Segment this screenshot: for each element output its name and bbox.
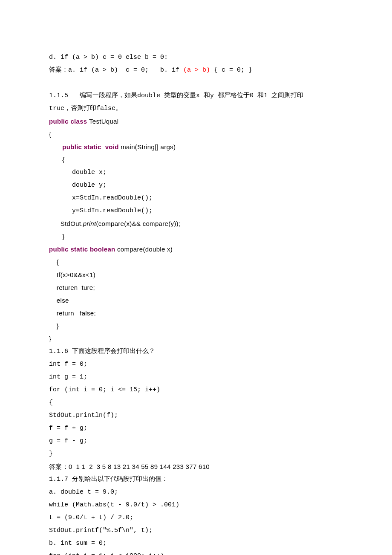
text-segment: double x; (49, 169, 107, 176)
text-segment: { (49, 258, 59, 266)
code-line: for (int i = 1; i < 1000; i++) (49, 550, 343, 555)
text-segment: } (49, 450, 53, 457)
text-segment: } (49, 233, 65, 240)
code-line: returen ture; (49, 281, 343, 294)
text-segment: b. int sum = 0; (49, 540, 107, 547)
code-line: { (49, 128, 343, 141)
code-line: b. int sum = 0; (49, 537, 343, 550)
code-line: 答案：a. if (a > b) c = 0; b. if (a > b) { … (49, 64, 343, 77)
text-segment: else (49, 297, 69, 304)
code-line: int f = 0; (49, 358, 343, 371)
text-segment: a. double t = 9.0; (49, 489, 118, 496)
code-line: { (49, 153, 343, 166)
text-segment: } (49, 335, 51, 342)
text-segment: int f = 0; (49, 361, 87, 368)
text-segment: If(x>0&&x<1) (49, 271, 95, 278)
text-segment: StdOut.println(f); (49, 412, 118, 419)
text-segment: public static boolean (49, 246, 117, 253)
text-segment: { (49, 130, 51, 138)
code-line: t = (9.0/t + t) / 2.0; (49, 512, 343, 524)
code-line: } (49, 230, 343, 243)
text-segment: (compare(x)&& compare(y)); (96, 220, 180, 227)
code-line: else (49, 294, 343, 307)
code-line: a. double t = 9.0; (49, 486, 343, 499)
code-line: return false; (49, 307, 343, 320)
text-segment: 1.1.6 下面这段程序会打印出什么？ (49, 348, 155, 355)
code-line: g = f - g; (49, 435, 343, 448)
text-segment: } (49, 322, 59, 330)
code-line: double y; (49, 179, 343, 192)
code-line: int g = 1; (49, 371, 343, 384)
text-segment: double y; (49, 182, 107, 189)
code-line: public static boolean compare(double x) (49, 243, 343, 256)
text-segment: returen ture; (49, 284, 95, 291)
text-segment: public class (49, 118, 89, 125)
text-segment: 1.1.5 编写一段程序，如果double 类型的变量x 和y 都严格位于0 和… (49, 92, 303, 99)
code-line: StdOut.printf("%.5f\n", t); (49, 524, 343, 537)
code-line (49, 77, 343, 90)
text-segment: true，否则打印false。 (49, 105, 122, 112)
code-line: { (49, 396, 343, 409)
text-segment: 答案：a. if (a > b) c = 0; b. if (49, 66, 183, 74)
text-segment: return false; (49, 309, 96, 317)
text-segment: compare(double x) (117, 246, 173, 253)
text-segment (49, 143, 62, 150)
code-line: y=StdIn.readDouble(); (49, 205, 343, 217)
code-line: while (Math.abs(t - 9.0/t) > .001) (49, 499, 343, 512)
text-segment: for (int i = 1; i < 1000; i++) (49, 552, 164, 555)
code-line: } (49, 320, 343, 332)
text-segment: y=StdIn.readDouble(); (49, 207, 153, 214)
text-segment: t = (9.0/t + t) / 2.0; (49, 514, 133, 521)
text-segment: main(String[] args) (121, 143, 176, 150)
code-line: 1.1.7 分别给出以下代码段打印出的值： (49, 473, 343, 486)
text-segment: StdOut.printf("%.5f\n", t); (49, 527, 153, 534)
code-line: 1.1.5 编写一段程序，如果double 类型的变量x 和y 都严格位于0 和… (49, 90, 343, 102)
code-line: StdOut.println(f); (49, 409, 343, 422)
text-segment: 答案：0 1 1 2 3 5 8 13 21 34 55 89 144 233 … (49, 463, 210, 470)
text-segment: f = f + g; (49, 425, 87, 432)
document-page: d. if (a > b) c = 0 else b = 0:答案：a. if … (0, 0, 392, 555)
code-line: public static void main(String[] args) (49, 141, 343, 153)
text-segment: for (int i = 0; i <= 15; i++) (49, 386, 160, 393)
code-line: true，否则打印false。 (49, 102, 343, 115)
text-segment: while (Math.abs(t - 9.0/t) > .001) (49, 501, 179, 509)
code-line: If(x>0&&x<1) (49, 269, 343, 281)
code-line: public class TestUqual (49, 115, 343, 128)
text-segment: { c = 0; } (210, 66, 252, 74)
code-line: 答案：0 1 1 2 3 5 8 13 21 34 55 89 144 233 … (49, 460, 343, 473)
code-line: } (49, 448, 343, 460)
code-line: f = f + g; (49, 422, 343, 435)
text-segment (49, 79, 53, 87)
text-segment: { (49, 156, 65, 163)
text-segment: print (83, 220, 96, 227)
code-line: d. if (a > b) c = 0 else b = 0: (49, 51, 343, 64)
text-segment: 1.1.7 分别给出以下代码段打印出的值： (49, 476, 168, 483)
document-content: d. if (a > b) c = 0 else b = 0:答案：a. if … (49, 51, 343, 555)
text-segment: int g = 1; (49, 373, 87, 381)
text-segment: public static void (62, 143, 121, 150)
code-line: double x; (49, 166, 343, 179)
text-segment: x=StdIn.readDouble(); (49, 194, 153, 202)
code-line: for (int i = 0; i <= 15; i++) (49, 384, 343, 396)
text-segment: TestUqual (89, 118, 118, 125)
text-segment: d. if (a > b) c = 0 else b = 0: (49, 54, 168, 61)
code-line: StdOut.print(compare(x)&& compare(y)); (49, 217, 343, 230)
text-segment: (a > b) (183, 66, 210, 74)
code-line: } (49, 332, 343, 345)
text-segment: StdOut. (49, 220, 83, 227)
code-line: 1.1.6 下面这段程序会打印出什么？ (49, 345, 343, 358)
code-line: x=StdIn.readDouble(); (49, 192, 343, 205)
text-segment: g = f - g; (49, 437, 87, 445)
text-segment: { (49, 399, 53, 406)
code-line: { (49, 256, 343, 269)
